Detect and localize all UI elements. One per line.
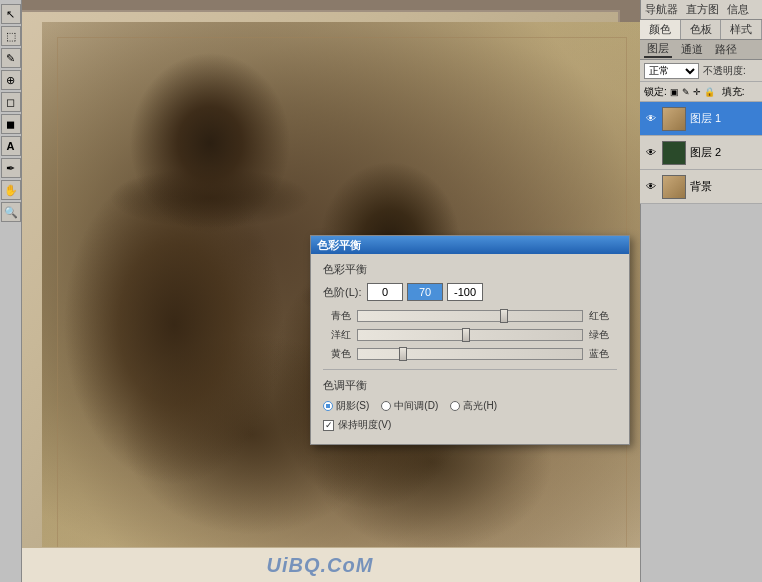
radio-shadows-circle: [323, 401, 333, 411]
nav-item-info[interactable]: 信息: [727, 2, 749, 17]
layer-item-1[interactable]: 👁 图层 1: [640, 102, 762, 136]
lock-move-icon[interactable]: ✛: [693, 87, 701, 97]
mode-row: 正常 不透明度:: [640, 60, 762, 82]
opacity-label: 不透明度:: [703, 64, 746, 78]
yellow-label: 黄色: [323, 347, 351, 361]
top-toolbar: 导航器 直方图 信息: [641, 0, 762, 20]
level-label: 色阶(L):: [323, 285, 363, 300]
dialog-title: 色彩平衡: [317, 238, 361, 253]
tool-text[interactable]: A: [1, 136, 21, 156]
level-input-3[interactable]: [447, 283, 483, 301]
layer-eye-3[interactable]: 👁: [644, 180, 658, 194]
yellow-blue-handle[interactable]: [399, 347, 407, 361]
preserve-luminosity-row[interactable]: 保持明度(V): [323, 418, 617, 432]
lock-transparency-icon[interactable]: ▣: [670, 87, 679, 97]
cyan-label: 青色: [323, 309, 351, 323]
tool-crop[interactable]: ⬚: [1, 26, 21, 46]
layer-thumb-2: [662, 141, 686, 165]
tab-paths[interactable]: 路径: [712, 42, 740, 57]
layer-thumb-3: [662, 175, 686, 199]
tonal-title: 色调平衡: [323, 378, 617, 393]
layer-item-2[interactable]: 👁 图层 2: [640, 136, 762, 170]
radio-highlights[interactable]: 高光(H): [450, 399, 497, 413]
red-label: 红色: [589, 309, 617, 323]
preserve-luminosity-checkbox[interactable]: [323, 420, 334, 431]
lock-row: 锁定: ▣ ✎ ✛ 🔒 填充:: [640, 82, 762, 102]
lock-all-icon[interactable]: 🔒: [704, 87, 715, 97]
lock-label: 锁定:: [644, 85, 667, 99]
watermark-text: UiBQ.CoM: [267, 554, 374, 577]
color-balance-dialog: 色彩平衡 色彩平衡 色阶(L): 青色 红色 洋红 绿色: [310, 235, 630, 445]
layer-thumb-1: [662, 107, 686, 131]
tab-styles[interactable]: 样式: [721, 20, 762, 39]
layer-eye-1[interactable]: 👁: [644, 112, 658, 126]
tonal-radio-row: 阴影(S) 中间调(D) 高光(H): [323, 399, 617, 413]
radio-midtones-label: 中间调(D): [394, 399, 438, 413]
radio-shadows-label: 阴影(S): [336, 399, 369, 413]
tool-pen[interactable]: ✒: [1, 158, 21, 178]
magenta-green-slider[interactable]: [357, 329, 583, 341]
cyan-red-slider-row: 青色 红色: [323, 309, 617, 323]
cyan-red-slider[interactable]: [357, 310, 583, 322]
tool-zoom[interactable]: 🔍: [1, 202, 21, 222]
level-input-2[interactable]: [407, 283, 443, 301]
radio-highlights-label: 高光(H): [463, 399, 497, 413]
blue-label: 蓝色: [589, 347, 617, 361]
bottom-bar: UiBQ.CoM: [0, 547, 640, 582]
magenta-label: 洋红: [323, 328, 351, 342]
dialog-divider: [323, 369, 617, 370]
cyan-red-handle[interactable]: [500, 309, 508, 323]
left-tool-panel: ↖ ⬚ ✎ ⊕ ◻ ◼ A ✒ ✋ 🔍: [0, 0, 22, 582]
layer-name-1: 图层 1: [690, 111, 721, 126]
tool-hand[interactable]: ✋: [1, 180, 21, 200]
preserve-luminosity-label: 保持明度(V): [338, 418, 391, 432]
tool-eraser[interactable]: ◻: [1, 92, 21, 112]
layers-header: 图层 通道 路径: [640, 40, 762, 60]
color-tabs: 颜色 色板 样式: [640, 20, 762, 40]
right-panel: 导航器 直方图 信息 颜色 色板 样式 图层 通道 路径 正常 不透明度: 锁定…: [640, 0, 762, 582]
section-title: 色彩平衡: [323, 262, 617, 277]
tab-color[interactable]: 颜色: [640, 20, 681, 39]
tonal-section: 色调平衡 阴影(S) 中间调(D) 高光(H) 保持明度(V): [323, 378, 617, 436]
layer-name-3: 背景: [690, 179, 712, 194]
blend-mode-select[interactable]: 正常: [644, 63, 699, 79]
tab-swatches[interactable]: 色板: [681, 20, 722, 39]
yellow-blue-slider[interactable]: [357, 348, 583, 360]
radio-highlights-circle: [450, 401, 460, 411]
layer-name-2: 图层 2: [690, 145, 721, 160]
dialog-body: 色彩平衡 色阶(L): 青色 红色 洋红 绿色 黄色: [311, 254, 629, 444]
level-input-1[interactable]: [367, 283, 403, 301]
tab-channels[interactable]: 通道: [678, 42, 706, 57]
tool-brush[interactable]: ✎: [1, 48, 21, 68]
tool-gradient[interactable]: ◼: [1, 114, 21, 134]
nav-item-navigator[interactable]: 导航器: [645, 2, 678, 17]
layers-panel: 图层 通道 路径 正常 不透明度: 锁定: ▣ ✎ ✛ 🔒 填充: 👁 图层 1: [640, 40, 762, 204]
fill-label: 填充:: [722, 85, 745, 99]
tool-clone[interactable]: ⊕: [1, 70, 21, 90]
radio-shadows[interactable]: 阴影(S): [323, 399, 369, 413]
level-inputs-row: 色阶(L):: [323, 283, 617, 301]
layer-item-3[interactable]: 👁 背景: [640, 170, 762, 204]
lock-paint-icon[interactable]: ✎: [682, 87, 690, 97]
tool-selection[interactable]: ↖: [1, 4, 21, 24]
magenta-green-handle[interactable]: [462, 328, 470, 342]
layer-eye-2[interactable]: 👁: [644, 146, 658, 160]
radio-midtones[interactable]: 中间调(D): [381, 399, 438, 413]
tab-layers[interactable]: 图层: [644, 41, 672, 58]
yellow-blue-slider-row: 黄色 蓝色: [323, 347, 617, 361]
dialog-titlebar: 色彩平衡: [311, 236, 629, 254]
nav-item-histogram[interactable]: 直方图: [686, 2, 719, 17]
magenta-green-slider-row: 洋红 绿色: [323, 328, 617, 342]
green-label: 绿色: [589, 328, 617, 342]
radio-midtones-circle: [381, 401, 391, 411]
